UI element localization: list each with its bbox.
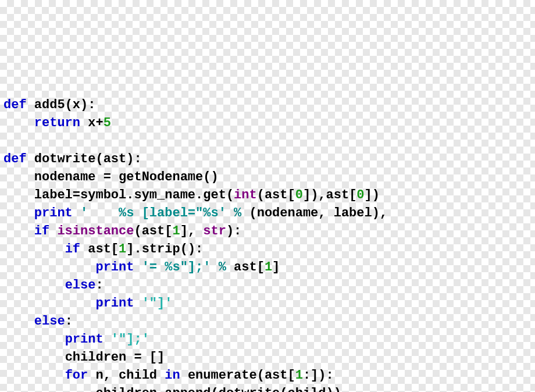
rparen: ) bbox=[126, 152, 134, 166]
keyword-print: print bbox=[65, 332, 104, 347]
code-line: def dotwrite(ast): bbox=[3, 152, 142, 166]
number: 5 bbox=[104, 116, 111, 130]
code-line: print '= %s"];' % ast[1] bbox=[3, 260, 280, 275]
colon: : bbox=[88, 98, 95, 112]
identifier: dotwrite bbox=[219, 386, 280, 392]
rparen: ) bbox=[326, 386, 334, 392]
code-line: return x+5 bbox=[3, 116, 111, 130]
code-line: if ast[1].strip(): bbox=[3, 242, 203, 256]
lparen: ( bbox=[203, 170, 211, 184]
identifier: nodename bbox=[257, 206, 319, 220]
colon: : bbox=[95, 278, 103, 293]
colon: : bbox=[134, 152, 141, 166]
identifier: label bbox=[34, 188, 73, 202]
code-line: def add5(x): bbox=[3, 98, 95, 112]
rbrack: ] bbox=[303, 188, 311, 202]
identifier: children bbox=[65, 350, 127, 365]
eq-op: = bbox=[104, 170, 111, 184]
keyword-def: def bbox=[3, 98, 27, 112]
code-line: children = [] bbox=[3, 350, 165, 365]
keyword-if: if bbox=[65, 242, 80, 256]
comma: , bbox=[318, 206, 326, 220]
identifier: ast bbox=[265, 368, 288, 383]
rparen: ) bbox=[372, 188, 380, 202]
lparen: ( bbox=[257, 188, 265, 202]
identifier: label bbox=[334, 206, 372, 220]
dot: . bbox=[195, 188, 203, 202]
pct-op: % bbox=[234, 206, 241, 220]
rparen: ) bbox=[334, 386, 341, 392]
rparen: ) bbox=[318, 368, 326, 383]
colon: : bbox=[234, 224, 241, 238]
number: 1 bbox=[119, 242, 126, 256]
identifier: getNodename bbox=[119, 170, 203, 184]
identifier: ast bbox=[234, 260, 257, 275]
code-line bbox=[3, 134, 11, 148]
lbrack: [ bbox=[257, 260, 265, 275]
identifier: sym_name bbox=[134, 188, 195, 202]
keyword-return: return bbox=[34, 116, 80, 130]
number: 0 bbox=[356, 188, 364, 202]
eq-op: = bbox=[134, 350, 141, 365]
lparen: ( bbox=[95, 152, 103, 166]
lparen: ( bbox=[280, 386, 287, 392]
lparen: ( bbox=[257, 368, 265, 383]
identifier: child bbox=[119, 368, 157, 383]
identifier: children bbox=[95, 386, 157, 392]
rparen: ) bbox=[211, 170, 218, 184]
identifier: ast bbox=[88, 242, 111, 256]
colon: : bbox=[326, 368, 334, 383]
code-line: nodename = getNodename() bbox=[3, 170, 219, 184]
func-name: dotwrite bbox=[34, 152, 96, 166]
keyword-in: in bbox=[165, 368, 180, 383]
keyword-print: print bbox=[34, 206, 73, 220]
eq-op: = bbox=[73, 188, 80, 202]
identifier: symbol bbox=[80, 188, 126, 202]
identifier: ast bbox=[326, 188, 349, 202]
keyword-print: print bbox=[95, 296, 134, 311]
comma: , bbox=[380, 206, 387, 220]
colon: : bbox=[195, 242, 203, 256]
identifier: n bbox=[95, 368, 103, 383]
lparen: ( bbox=[180, 242, 188, 256]
number: 0 bbox=[295, 188, 303, 202]
code-line: if isinstance(ast[1], str): bbox=[3, 224, 241, 238]
lbrack: [ bbox=[288, 188, 295, 202]
number: 1 bbox=[172, 224, 180, 238]
identifier: ast bbox=[265, 188, 288, 202]
code-line: print '"]' bbox=[3, 296, 172, 311]
rbrack: ] bbox=[365, 188, 372, 202]
identifier: x bbox=[88, 116, 95, 130]
lparen: ( bbox=[226, 188, 234, 202]
plus-op: + bbox=[95, 116, 103, 130]
code-line: print '"];' bbox=[3, 332, 149, 347]
code-line: else: bbox=[3, 314, 73, 329]
lbrack: [ bbox=[111, 242, 119, 256]
lbrack: [ bbox=[165, 224, 172, 238]
string-literal: '"];' bbox=[111, 332, 149, 347]
keyword-if: if bbox=[34, 224, 49, 238]
rparen: ) bbox=[80, 98, 88, 112]
dot: . bbox=[126, 188, 134, 202]
pct-op: % bbox=[219, 260, 226, 275]
string-literal: ' %s [label="%s' bbox=[80, 206, 226, 220]
func-name: add5 bbox=[34, 98, 65, 112]
rbrack: ] bbox=[126, 242, 134, 256]
string-literal: '"]' bbox=[142, 296, 173, 311]
code-line: print ' %s [label="%s' % (nodename, labe… bbox=[3, 206, 387, 220]
keyword-print: print bbox=[95, 260, 134, 275]
comma: , bbox=[318, 188, 326, 202]
builtin-int: int bbox=[234, 188, 257, 202]
rparen: ) bbox=[188, 242, 195, 256]
identifier: strip bbox=[142, 242, 180, 256]
rparen: ) bbox=[226, 224, 234, 238]
identifier: append bbox=[165, 386, 211, 392]
code-block: def add5(x): return x+5 def dotwrite(ast… bbox=[0, 72, 535, 392]
builtin-str: str bbox=[203, 224, 226, 238]
code-line: for n, child in enumerate(ast[1:]): bbox=[3, 368, 334, 383]
lparen: ( bbox=[134, 224, 141, 238]
identifier: ast bbox=[142, 224, 165, 238]
slice: [1:] bbox=[288, 368, 319, 383]
lbrack: [ bbox=[349, 188, 356, 202]
param: ast bbox=[104, 152, 127, 166]
